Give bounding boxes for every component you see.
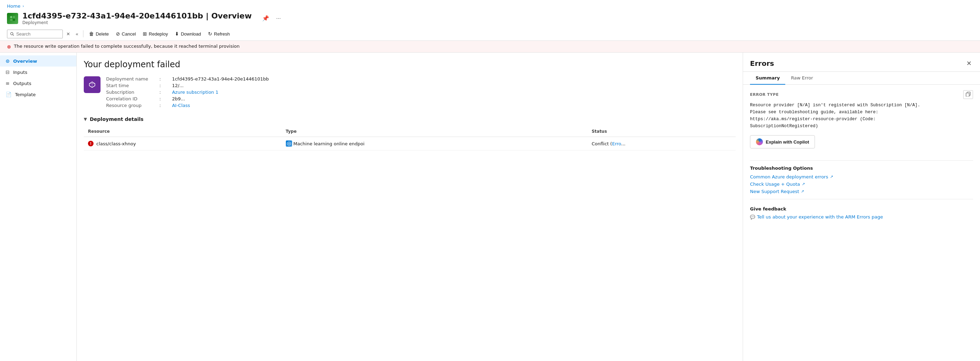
explain-copilot-button[interactable]: Explain with Copilot xyxy=(750,135,815,149)
panel-title: Errors xyxy=(750,59,774,68)
col-type: Type xyxy=(282,126,588,137)
divider-2 xyxy=(750,199,973,200)
cancel-button[interactable]: ⊘ Cancel xyxy=(113,29,138,38)
delete-button[interactable]: 🗑 Delete xyxy=(86,29,112,38)
error-banner: ⊗ The resource write operation failed to… xyxy=(0,41,980,52)
page-header: 1cfd4395-e732-43a1-94e4-20e1446101bb | O… xyxy=(0,10,980,27)
sidebar-item-inputs[interactable]: ⊟ Inputs xyxy=(0,66,76,78)
search-icon xyxy=(10,32,14,36)
search-box[interactable] xyxy=(7,30,63,38)
header-actions: 📌 ··· xyxy=(260,14,283,23)
troubleshoot-title: Troubleshooting Options xyxy=(750,166,973,171)
page-subtitle: Deployment xyxy=(22,20,251,25)
template-icon: 📄 xyxy=(6,92,11,97)
row-status: Conflict (Erro... xyxy=(587,137,736,150)
clear-search-button[interactable]: ✕ xyxy=(64,30,72,38)
col-status: Status xyxy=(587,126,736,137)
pin-button[interactable]: 📌 xyxy=(260,14,271,23)
deployment-meta: Deployment name : 1cfd4395-e732-43a1-94e… xyxy=(106,76,280,108)
sidebar-item-outputs[interactable]: ≡ Outputs xyxy=(0,78,76,89)
feedback-icon: 💬 xyxy=(750,215,755,220)
deployment-icon xyxy=(84,76,100,93)
resource-group-link[interactable]: AI-Class xyxy=(172,103,269,108)
tab-raw-error[interactable]: Raw Error xyxy=(785,72,818,85)
ml-type-icon xyxy=(286,141,292,147)
subscription-label: Subscription xyxy=(106,90,148,95)
svg-point-8 xyxy=(288,143,290,144)
ml-type-cell: Machine learning online endpoi xyxy=(286,141,365,147)
deployment-details-title: Deployment details xyxy=(90,116,143,122)
correlation-id-value: 2b9... xyxy=(172,96,269,101)
panel-content: ERROR TYPE Resource provider [N/A] isn't… xyxy=(743,85,980,361)
subscription-link[interactable]: Azure subscription 1 xyxy=(172,90,269,95)
check-usage-quota-link[interactable]: Check Usage + Quota ↗ xyxy=(750,182,973,187)
correlation-id-label: Correlation ID xyxy=(106,96,148,101)
external-link-icon-2: ↗ xyxy=(802,182,805,187)
page-title-block: 1cfd4395-e732-43a1-94e4-20e1446101bb | O… xyxy=(22,11,251,25)
collapse-chevron: ▼ xyxy=(84,117,87,122)
common-azure-errors-link[interactable]: Common Azure deployment errors ↗ xyxy=(750,174,973,179)
external-link-icon-1: ↗ xyxy=(830,174,833,179)
error-banner-text: The resource write operation failed to c… xyxy=(14,44,240,49)
refresh-button[interactable]: ↻ Refresh xyxy=(205,29,233,38)
deployment-info: Deployment name : 1cfd4395-e732-43a1-94e… xyxy=(84,76,736,108)
download-button[interactable]: ⬇ Download xyxy=(172,29,204,38)
download-icon: ⬇ xyxy=(175,31,179,36)
toolbar: ✕ « 🗑 Delete ⊘ Cancel ⊞ Redeploy ⬇ Downl… xyxy=(0,27,980,41)
feedback-link[interactable]: 💬 Tell us about your experience with the… xyxy=(750,214,973,220)
resource-group-label: Resource group xyxy=(106,103,148,108)
row-resource: ! class/class-xhnoy xyxy=(84,137,282,150)
delete-icon: 🗑 xyxy=(89,31,94,36)
more-button[interactable]: ··· xyxy=(274,14,283,23)
sidebar-item-overview[interactable]: ⊙ Overview xyxy=(0,55,76,66)
page-icon xyxy=(7,13,18,24)
toolbar-divider-1 xyxy=(83,30,83,37)
status-conflict: Conflict ( xyxy=(592,141,612,146)
collapse-button[interactable]: « xyxy=(74,30,80,38)
svg-line-5 xyxy=(13,35,14,36)
row-error-dot: ! xyxy=(88,141,94,146)
row-type: Machine learning online endpoi xyxy=(282,137,588,150)
svg-rect-10 xyxy=(966,93,969,97)
content-wrapper: ⊙ Overview ⊟ Inputs ≡ Outputs 📄 Template… xyxy=(0,52,980,361)
sidebar-item-template[interactable]: 📄 Template xyxy=(0,89,76,100)
error-banner-icon: ⊗ xyxy=(7,44,11,49)
svg-point-1 xyxy=(13,16,15,18)
close-panel-button[interactable]: ✕ xyxy=(965,58,973,69)
error-text: Resource provider [N/A] isn't registered… xyxy=(750,102,973,130)
svg-point-3 xyxy=(13,19,15,21)
outputs-icon: ≡ xyxy=(6,81,10,86)
divider-1 xyxy=(750,160,973,161)
cancel-icon: ⊘ xyxy=(116,31,120,36)
redeploy-icon: ⊞ xyxy=(143,31,147,36)
svg-point-2 xyxy=(10,19,12,21)
svg-point-4 xyxy=(11,32,13,35)
errors-panel: Errors ✕ Summary Raw Error ERROR TYPE xyxy=(743,52,980,361)
copilot-icon xyxy=(756,138,763,145)
col-resource: Resource xyxy=(84,126,282,137)
breadcrumb[interactable]: Home › xyxy=(0,0,980,10)
page-title: 1cfd4395-e732-43a1-94e4-20e1446101bb | O… xyxy=(22,11,251,20)
give-feedback-title: Give feedback xyxy=(750,206,973,212)
error-type-header: ERROR TYPE xyxy=(750,90,973,99)
home-link[interactable]: Home xyxy=(7,3,20,9)
start-time-value: 12/... xyxy=(172,83,269,88)
deployment-failed-title: Your deployment failed xyxy=(84,60,736,69)
external-link-icon-3: ↗ xyxy=(801,189,804,194)
status-error-link[interactable]: Erro xyxy=(612,141,621,146)
redeploy-button[interactable]: ⊞ Redeploy xyxy=(140,29,171,38)
panel-tabs: Summary Raw Error xyxy=(743,72,980,85)
start-time-label: Start time xyxy=(106,83,148,88)
deployment-name-value: 1cfd4395-e732-43a1-94e4-20e1446101bb xyxy=(172,76,269,82)
table-row: ! class/class-xhnoy xyxy=(84,137,736,150)
copy-error-button[interactable] xyxy=(963,90,973,99)
sidebar: ⊙ Overview ⊟ Inputs ≡ Outputs 📄 Template xyxy=(0,52,77,361)
inputs-icon: ⊟ xyxy=(6,69,10,75)
new-support-request-link[interactable]: New Support Request ↗ xyxy=(750,189,973,194)
search-input[interactable] xyxy=(16,32,60,36)
main-content: Your deployment failed Deployment name :… xyxy=(77,52,743,361)
breadcrumb-separator: › xyxy=(22,4,24,8)
deployment-details-header[interactable]: ▼ Deployment details xyxy=(84,116,736,122)
tab-summary[interactable]: Summary xyxy=(750,72,785,85)
overview-icon: ⊙ xyxy=(6,58,10,64)
